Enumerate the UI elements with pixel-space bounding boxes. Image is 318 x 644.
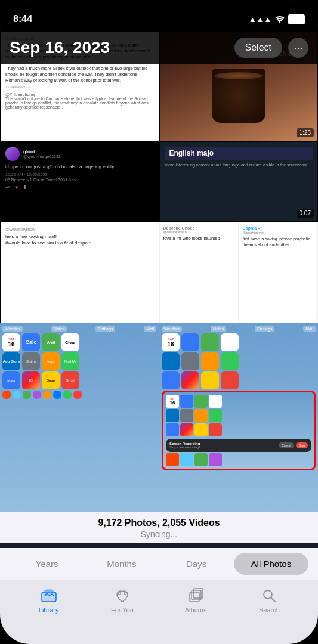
grid-middle-row: @whumpwilllow he's a fine looking man!! … [0,222,318,323]
tab-days[interactable]: Days [159,553,234,575]
status-icons: ▲▲▲ 100 [249,14,305,24]
svg-rect-1 [42,592,56,602]
nav-library[interactable]: Library [28,587,70,614]
video-duration-2: 0:07 [297,209,314,218]
tab-all-photos[interactable]: All Photos [234,553,308,575]
cancel-recording-btn[interactable]: Cancel [279,442,294,448]
photo-count: 9,172 Photos, 2,055 Videos [0,518,318,528]
wifi-icon [275,16,285,23]
sr-subtitle: Stop screen recording? [169,445,200,449]
photo-6[interactable]: Depeche Chode @debrokeman love a mf who … [159,222,239,323]
select-button[interactable]: Select [234,38,282,58]
tweet-avatar [5,147,20,161]
video-duration: 1:23 [297,128,314,137]
photo-info: 9,172 Photos, 2,055 Videos Syncing... [0,512,318,543]
nav-library-label: Library [39,606,59,614]
nav-search[interactable]: Search [248,587,290,614]
phone-frame: 8:44 ▲▲▲ 100 Sep 16, 2023 Select ··· [0,0,318,644]
stop-recording-btn[interactable]: Stop [296,442,308,448]
photo-grid: @debkrobman The first Two Punic wars wer… [0,31,318,543]
sync-status: Syncing... [0,530,318,539]
nav-albums[interactable]: Albums [175,587,217,614]
photo-6-7-container: Depeche Chode @debrokeman love a mf who … [159,222,319,323]
svg-rect-5 [46,589,52,590]
nav-albums-label: Albums [185,606,207,614]
svg-point-7 [124,592,126,595]
iphone-screenshots-grid: Weather Notes Settings Mail SAT 16 Calc … [0,323,318,543]
view-tabs: Years Months Days All Photos [0,548,318,580]
more-button[interactable]: ··· [288,38,308,58]
photo-5[interactable]: @whumpwilllow he's a fine looking man!! … [0,222,159,323]
svg-line-12 [271,598,276,602]
svg-rect-4 [44,590,54,592]
tweet-name: gloot [23,149,61,154]
header-actions: Select ··· [234,38,308,58]
albums-icon [187,587,204,604]
bottom-nav: Library For You Albums [0,580,318,644]
search-icon [261,587,277,604]
photo-4[interactable]: English majo some interesting content ab… [159,141,319,222]
signal-icon: ▲▲▲ [249,15,272,24]
library-icon [41,587,57,604]
status-time: 8:44 [13,14,32,24]
nav-for-you[interactable]: For You [101,587,143,614]
tab-months[interactable]: Months [84,553,159,575]
battery-icon: 100 [288,14,305,24]
screenshot-right[interactable]: Weather Notes Settings Mail SAT 16 [159,323,318,543]
tweet-content: i hope im not just a gf to u but also a … [5,163,154,170]
screenshot-left[interactable]: Weather Notes Settings Mail SAT 16 Calc … [0,323,159,543]
tab-years[interactable]: Years [10,553,84,575]
nav-for-you-label: For You [111,606,134,614]
header-date: Sep 16, 2023 [10,38,110,57]
svg-point-0 [279,21,280,23]
svg-point-3 [45,594,47,596]
photo-7[interactable]: Sophia ✓ @sophiaever first base is havin… [239,222,318,323]
for-you-icon [114,587,131,604]
svg-point-6 [118,592,121,595]
dynamic-island [124,6,195,25]
nav-search-label: Search [259,606,280,614]
photo-3[interactable]: gloot @gloot·image01391 i hope im not ju… [0,141,159,222]
header: Sep 16, 2023 Select ··· [0,31,318,64]
